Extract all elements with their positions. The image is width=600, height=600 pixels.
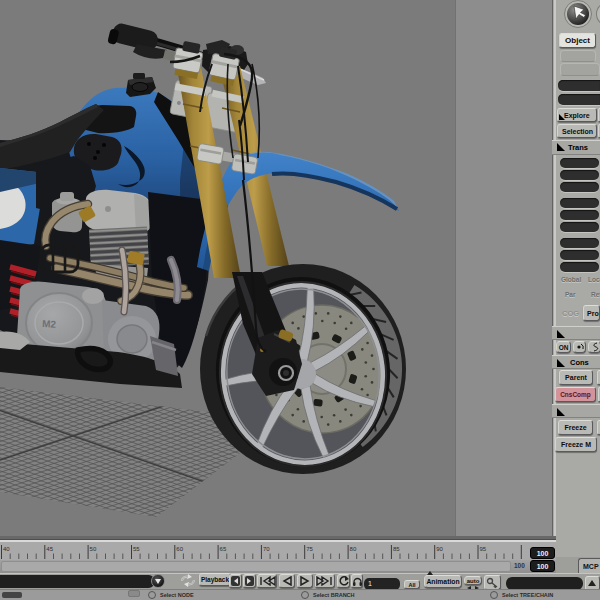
svg-text:50: 50 — [90, 546, 97, 552]
svg-text:65: 65 — [220, 546, 227, 552]
svg-text:70: 70 — [263, 546, 270, 552]
svg-text:40: 40 — [3, 546, 10, 552]
svg-text:45: 45 — [46, 546, 53, 552]
svg-text:M2: M2 — [42, 318, 57, 330]
svg-text:95: 95 — [480, 546, 487, 552]
svg-text:75: 75 — [306, 546, 313, 552]
svg-text:60: 60 — [176, 546, 183, 552]
svg-text:90: 90 — [436, 546, 443, 552]
svg-text:85: 85 — [393, 546, 400, 552]
svg-text:55: 55 — [133, 546, 140, 552]
svg-text:80: 80 — [350, 546, 357, 552]
